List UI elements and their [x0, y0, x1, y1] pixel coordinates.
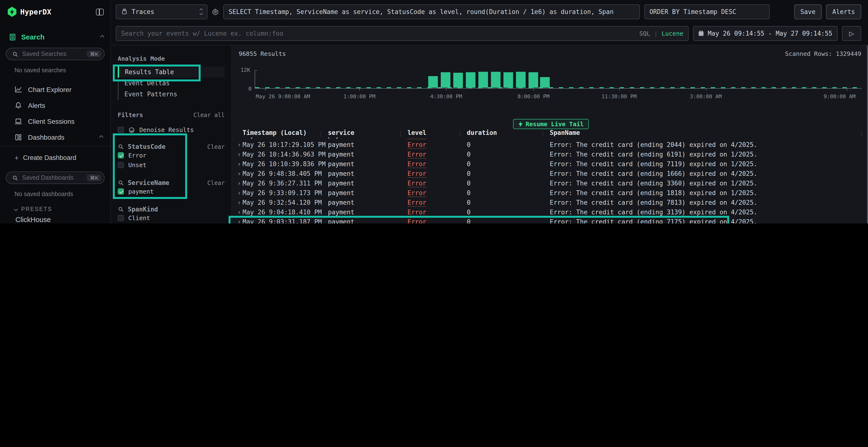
filter-option-checkbox[interactable]: payment — [118, 186, 225, 196]
histogram-bar — [466, 72, 475, 88]
lightning-icon — [518, 121, 523, 127]
nav-label: Client Sessions — [28, 117, 74, 125]
lang-lucene[interactable]: Lucene — [661, 30, 683, 37]
checkbox[interactable] — [118, 152, 124, 158]
expand-row-icon[interactable] — [235, 169, 243, 179]
sidebar-item-chart-explorer[interactable]: Chart Explorer — [0, 81, 111, 97]
preset-link[interactable]: ClickHouse — [0, 212, 111, 224]
vertical-scrollbar[interactable] — [867, 45, 868, 224]
table-row[interactable]: May 26 10:10:39.836 PM payment Error 0 E… — [232, 160, 867, 169]
analysis-mode-option[interactable]: Results Table — [118, 66, 225, 77]
filter-option-checkbox[interactable]: Client — [118, 213, 225, 222]
table-body: May 26 10:17:29.105 PM payment Error 0 E… — [232, 140, 867, 224]
sidebar-item-search[interactable]: Search — [9, 33, 104, 41]
cell-duration: 0 — [467, 160, 550, 169]
filter-option-checkbox[interactable]: Unset — [118, 160, 225, 170]
sidebar-nav: Chart Explorer Alerts Client Sessions Da… — [0, 81, 111, 145]
table-row[interactable]: May 26 9:32:54.120 PM payment Error 0 Er… — [232, 198, 867, 208]
baseline-bars — [255, 87, 862, 88]
sidebar-item-dashboards[interactable]: Dashboards — [0, 129, 111, 145]
histogram-bar — [528, 72, 538, 88]
histogram-plot[interactable]: May 26 9:00:00 AM1:00:00 PM4:30:00 PM8:0… — [255, 70, 862, 89]
sql-token: 1e6 — [530, 8, 542, 15]
analysis-mode-option[interactable]: Event Deltas — [118, 77, 225, 89]
table-row[interactable]: May 26 10:14:36.963 PM payment Error 0 E… — [232, 150, 867, 160]
column-header-duration[interactable]: duration⋮ — [467, 128, 550, 137]
column-header-spanname[interactable]: SpanName — [550, 128, 867, 137]
analysis-mode-option[interactable]: Event Patterns — [118, 89, 225, 100]
expand-row-icon[interactable] — [235, 208, 243, 217]
table-row[interactable]: May 26 10:17:29.105 PM payment Error 0 E… — [232, 140, 867, 150]
expand-row-icon[interactable] — [235, 140, 243, 150]
filter-option-checkbox[interactable]: Error — [118, 150, 225, 160]
saved-searches-input[interactable]: Saved Searches ⌘K — [6, 48, 105, 60]
search-icon[interactable] — [118, 180, 124, 186]
table-options-icon[interactable]: ⋮ — [859, 130, 864, 139]
sql-select-input[interactable]: SELECT Timestamp, ServiceName as service… — [223, 4, 640, 19]
clear-filter-button[interactable]: Clear — [207, 179, 225, 186]
create-dashboard-button[interactable]: + Create Dashboard — [0, 150, 111, 165]
resume-live-tail-button[interactable]: Resume Live Tail — [513, 119, 589, 129]
lang-sql[interactable]: SQL — [639, 30, 650, 37]
table-row[interactable]: May 26 9:33:09.173 PM payment Error 0 Er… — [232, 188, 867, 198]
column-header-timestamp[interactable]: Timestamp (Local)⋮ — [243, 128, 328, 137]
expand-row-icon[interactable] — [235, 160, 243, 169]
checkbox[interactable] — [118, 127, 124, 133]
expand-row-icon[interactable] — [235, 179, 243, 188]
filter-option-checkbox[interactable]: Internal — [118, 222, 225, 224]
filter-option-label: Error — [128, 151, 146, 159]
table-row[interactable]: May 26 10:2… payment Error 0 Error: The … — [232, 137, 867, 140]
clear-all-filters-button[interactable]: Clear all — [193, 111, 225, 118]
event-search-input[interactable]: Search your events w/ Lucene ex. column:… — [116, 26, 689, 41]
checkbox[interactable] — [118, 215, 124, 221]
checkbox[interactable] — [118, 188, 124, 194]
cell-timestamp: May 26 9:03:31.187 PM — [243, 217, 328, 224]
column-header-level[interactable]: level⋮ — [407, 128, 467, 137]
query-language-toggle[interactable]: SQL | Lucene — [639, 30, 683, 37]
expand-row-icon[interactable] — [235, 217, 243, 224]
gear-icon[interactable] — [212, 8, 219, 15]
table-row[interactable]: May 26 9:04:18.410 PM payment Error 0 Er… — [232, 208, 867, 217]
alerts-button[interactable]: Alerts — [826, 4, 861, 19]
app-title: HyperDX — [20, 7, 51, 16]
clear-filter-button[interactable]: Clear — [207, 143, 225, 150]
expand-row-icon[interactable] — [235, 137, 243, 140]
table-row[interactable]: May 26 9:48:38.405 PM payment Error 0 Er… — [232, 169, 867, 179]
x-axis-tick — [534, 89, 534, 91]
sql-token: Duration — [489, 8, 523, 15]
expand-row-icon[interactable] — [235, 188, 243, 198]
x-axis-label: 8:00:00 PM — [518, 94, 550, 100]
order-by-input[interactable]: ORDER BY Timestamp DESC — [644, 4, 769, 19]
cell-service: payment — [328, 150, 407, 160]
expand-row-icon[interactable] — [235, 150, 243, 160]
date-range-value: May 26 09:14:55 - May 27 09:14:55 — [708, 30, 832, 37]
sidebar-item-client-sessions[interactable]: Client Sessions — [0, 113, 111, 129]
table-row[interactable]: May 26 9:03:31.187 PM payment Error 0 Er… — [232, 217, 867, 224]
column-header-service[interactable]: service⋮ — [328, 128, 407, 137]
order-by-text: ORDER BY Timestamp DESC — [649, 8, 736, 15]
sql-token: Timestamp — [683, 8, 717, 15]
date-range-picker[interactable]: May 26 09:14:55 - May 27 09:14:55 — [693, 26, 838, 41]
collapse-sidebar-icon[interactable] — [96, 8, 104, 15]
cell-spanname: Error: The credit card (ending 7813) exp… — [550, 198, 867, 208]
search-icon[interactable] — [118, 143, 124, 150]
expand-row-icon[interactable] — [235, 198, 243, 208]
column-resize-handle[interactable]: ⋮ — [398, 130, 403, 139]
column-resize-handle[interactable]: ⋮ — [457, 130, 462, 139]
presets-toggle[interactable]: PRESETS — [0, 206, 111, 212]
column-resize-handle[interactable]: ⋮ — [540, 130, 546, 139]
filter-option-label: Unset — [128, 161, 146, 168]
x-axis-tick — [446, 89, 447, 91]
source-select[interactable]: Traces — [116, 4, 207, 19]
saved-dashboards-input[interactable]: Saved Dashboards ⌘K — [6, 171, 105, 184]
histogram-bar — [428, 76, 438, 88]
save-button[interactable]: Save — [794, 4, 822, 19]
table-row[interactable]: May 26 9:36:27.311 PM payment Error 0 Er… — [232, 179, 867, 188]
checkbox[interactable] — [118, 162, 124, 168]
run-query-button[interactable]: ▷ — [842, 26, 861, 41]
cell-service: payment — [328, 169, 407, 179]
denoise-results-checkbox[interactable]: Denoise Results — [118, 126, 225, 133]
sidebar-item-alerts[interactable]: Alerts — [0, 97, 111, 113]
column-resize-handle[interactable]: ⋮ — [318, 130, 323, 139]
search-icon[interactable] — [118, 206, 124, 212]
